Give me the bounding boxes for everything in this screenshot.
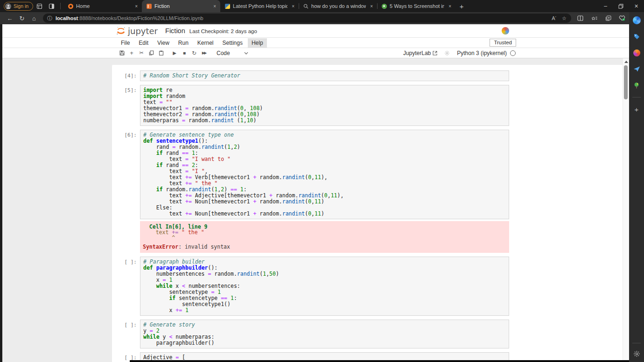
split-screen-icon[interactable] <box>574 13 586 23</box>
code-line: ^ <box>143 235 506 241</box>
kernel-selector[interactable]: Python 3 (ipykernel) <box>457 50 516 56</box>
cell-editor[interactable]: import reimport randomtext = ""themevect… <box>140 85 509 126</box>
add-icon[interactable]: + <box>632 104 641 114</box>
paste-icon[interactable] <box>158 49 164 57</box>
minimize-button[interactable]: – <box>598 0 613 12</box>
menu-edit[interactable]: Edit <box>135 38 152 48</box>
sidebar-divider-bottom <box>632 343 641 343</box>
code-line: numbersentences = random.randint(1,50) <box>143 271 506 277</box>
cell-editor[interactable]: # Generate storyy = 2while y < numberpar… <box>140 320 509 348</box>
maximize-button[interactable] <box>613 0 629 12</box>
menu-help[interactable]: Help <box>248 38 267 48</box>
chevron-down-icon[interactable] <box>244 52 248 55</box>
tab-label: 5 Ways to Screenshot in Window <box>390 3 444 9</box>
code-line: import re <box>143 87 506 93</box>
run-icon[interactable]: ▶ <box>171 49 178 57</box>
tab-close-icon[interactable]: × <box>369 4 374 9</box>
jupyter-brand: jupyter <box>128 26 158 36</box>
tab-5-ways-to-screenshot-in-wind[interactable]: 5 Ways to Screenshot in Window× <box>377 0 455 12</box>
collections-icon[interactable] <box>602 13 614 23</box>
cell-prompt: [5]: <box>112 85 140 126</box>
back-icon[interactable]: ← <box>4 13 16 23</box>
restart-run-all-icon[interactable]: ▶▶ <box>201 49 207 57</box>
sign-in-button[interactable]: Sign in <box>4 2 33 11</box>
notification-gear-icon[interactable] <box>444 50 450 56</box>
code-line: # Generate story <box>143 322 506 328</box>
restart-icon[interactable]: ↻ <box>191 49 197 57</box>
read-aloud-icon[interactable]: A <box>549 14 559 22</box>
tab-label: how do you do a windows screen <box>311 3 366 9</box>
menu-run[interactable]: Run <box>175 38 192 48</box>
copy-icon[interactable] <box>148 49 154 57</box>
page-scrollbar[interactable] <box>623 58 629 362</box>
close-window-button[interactable]: × <box>629 0 644 12</box>
stop-icon[interactable]: ■ <box>181 49 188 57</box>
cut-icon[interactable]: ✂ <box>138 49 145 57</box>
shopping-icon[interactable] <box>632 32 641 41</box>
url-text[interactable]: localhost:8888/notebooks/Desktop/Fiction… <box>56 15 549 21</box>
tab-how-do-you-do-a-windows-scre[interactable]: how do you do a windows screen× <box>299 0 377 12</box>
kernel-name: Python 3 (ipykernel) <box>457 50 507 56</box>
menu-kernel[interactable]: Kernel <box>194 38 217 48</box>
code-line: # Random Short Story Generator <box>143 73 506 79</box>
home-icon[interactable]: ⌂ <box>28 13 40 23</box>
bottom-edge <box>130 360 629 362</box>
toolbar-right: JupyterLab Python 3 (ipykernel) <box>403 48 516 58</box>
sidebar-settings-icon[interactable] <box>632 349 641 358</box>
tree-icon[interactable] <box>632 81 641 90</box>
output-prompt <box>112 221 140 253</box>
menu-settings[interactable]: Settings <box>219 38 246 48</box>
refresh-icon[interactable]: ↻ <box>16 13 28 23</box>
workspaces-icon[interactable] <box>34 0 45 12</box>
url-bar[interactable]: ⓘ localhost:8888/notebooks/Desktop/Ficti… <box>43 14 571 23</box>
drop-icon[interactable] <box>632 64 641 74</box>
notebook-cell: [5]:import reimport randomtext = ""theme… <box>112 85 623 126</box>
scrollbar-thumb[interactable] <box>624 65 628 99</box>
cell-editor[interactable]: # Random Short Story Generator <box>140 70 509 81</box>
screen: Sign in Home×Fiction×Latest Python Help … <box>0 0 644 362</box>
tab-close-icon[interactable]: × <box>133 4 139 9</box>
avatar <box>5 3 11 9</box>
tab-python-icon <box>224 3 230 9</box>
favorite-star-icon[interactable]: ☆ <box>559 14 569 22</box>
site-info-icon[interactable]: ⓘ <box>47 15 52 22</box>
code-line: numberparas = random.randint (1,10) <box>143 118 506 124</box>
tab-close-icon[interactable]: × <box>212 4 217 9</box>
jupyter-page: jupyter Fiction Last Checkpoint: 2 days … <box>2 24 629 362</box>
error-output: Cell In[6], line 9 text += " the " ^ Syn… <box>140 221 509 253</box>
jupyterlab-link[interactable]: JupyterLab <box>403 50 437 56</box>
extension-badge-icon[interactable] <box>502 27 509 35</box>
notebook-title[interactable]: Fiction <box>165 27 185 35</box>
cell-type-select[interactable]: Code <box>217 50 230 56</box>
tab-actions-icon[interactable] <box>46 0 57 12</box>
scroll-up-icon[interactable] <box>624 61 628 63</box>
code-line: import random <box>143 93 506 99</box>
games-icon[interactable] <box>632 48 641 57</box>
code-line: text += " the " <box>143 230 506 235</box>
new-tab-button[interactable]: + <box>455 0 468 12</box>
menu-view[interactable]: View <box>154 38 173 48</box>
tab-latest-python-help-topics-di[interactable]: Latest Python Help topics - Discu× <box>220 0 299 12</box>
tab-close-icon[interactable]: × <box>290 4 296 9</box>
tab-home[interactable]: Home× <box>63 0 142 12</box>
tab-strip: Home×Fiction×Latest Python Help topics -… <box>63 0 455 12</box>
tab-search-icon <box>303 3 308 9</box>
add-cell-icon[interactable]: + <box>128 49 135 57</box>
tab-close-icon[interactable]: × <box>447 4 453 9</box>
tab-app-green-icon <box>381 3 387 9</box>
cell-editor[interactable]: # Paragraph builderdef paragraphbuilder(… <box>140 257 509 316</box>
menu-file[interactable]: File <box>117 38 133 48</box>
jupyter-logo[interactable]: jupyter <box>116 26 158 36</box>
copilot-icon[interactable] <box>632 15 641 25</box>
favorites-bar-icon[interactable] <box>588 13 600 23</box>
code-line: text += Noun[themevector1 + random.randi… <box>143 211 506 217</box>
tab-fiction[interactable]: Fiction× <box>142 0 220 12</box>
browser-essentials-icon[interactable] <box>616 13 628 23</box>
kernel-status-icon <box>510 50 516 56</box>
save-icon[interactable] <box>119 49 125 57</box>
trusted-button[interactable]: Trusted <box>490 39 516 47</box>
cell-editor[interactable]: # Generate sentence type onedef sentence… <box>140 130 509 219</box>
titlebar-divider <box>60 3 61 9</box>
notebook-cell: [4]:# Random Short Story Generator <box>112 70 623 81</box>
tab-label: Home <box>76 3 131 9</box>
